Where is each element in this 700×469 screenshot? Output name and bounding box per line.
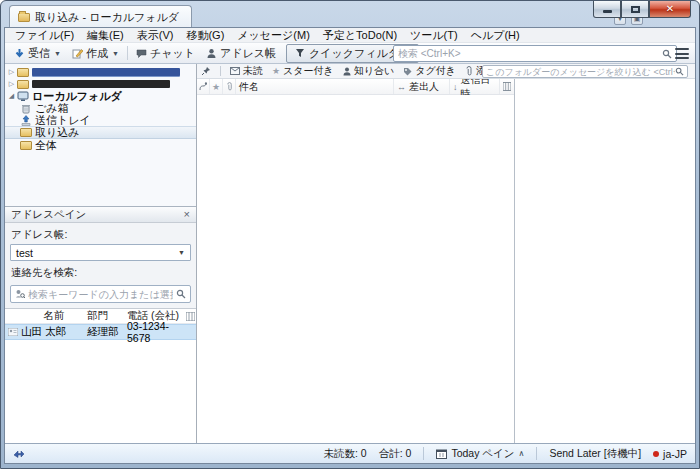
- filter-tagged[interactable]: タグ付き: [403, 64, 456, 78]
- folder-label: 全体: [35, 138, 57, 153]
- tab-title: 取り込み - ローカルフォルダ: [35, 10, 179, 25]
- separator: [220, 66, 221, 76]
- address-book-icon: [206, 48, 217, 59]
- address-book-value: test: [16, 247, 33, 259]
- menu-events-todo[interactable]: 予定とToDo(N): [317, 28, 403, 42]
- account-icon: [16, 68, 29, 77]
- contact-search-input[interactable]: [28, 289, 173, 300]
- account-icon: [16, 80, 29, 89]
- collapse-icon[interactable]: ◢: [7, 92, 16, 100]
- search-icon: [662, 49, 672, 59]
- tab-inbox[interactable]: 取り込み - ローカルフォルダ: [9, 5, 192, 28]
- menu-view[interactable]: 表示(V): [131, 28, 180, 42]
- thread-column-header: ★ 件名 ↔差出人 ↓送信日時: [197, 79, 514, 95]
- thread-pane: ★ 件名 ↔差出人 ↓送信日時: [197, 79, 515, 443]
- folder-icon: [19, 141, 32, 150]
- titlebar: 取り込み - ローカルフォルダ ▾ ▣ ✕: [1, 1, 699, 27]
- get-mail-button[interactable]: 受信▼: [9, 45, 66, 62]
- subject-column-header[interactable]: 件名: [236, 79, 394, 94]
- date-column-header[interactable]: ↓送信日時: [450, 79, 500, 94]
- account-row-1[interactable]: ▷: [5, 66, 196, 78]
- unread-icon: [230, 67, 240, 75]
- star-icon: ★: [272, 66, 280, 76]
- folder-row-local-folders[interactable]: ◢ ローカルフォルダ: [5, 90, 196, 102]
- window-controls: ✕: [593, 1, 691, 18]
- left-pane: ▷ ▷ ◢ ローカルフォルダ: [5, 64, 197, 443]
- redacted-account-name: [32, 80, 170, 88]
- folder-row-trash[interactable]: ごみ箱: [5, 102, 196, 114]
- name-column-header[interactable]: 名前: [21, 309, 87, 323]
- menu-file[interactable]: ファイル(F): [9, 28, 80, 42]
- locale-indicator[interactable]: ja-JP: [653, 448, 687, 460]
- trash-icon: [19, 103, 32, 114]
- folder-row-outbox[interactable]: 送信トレイ: [5, 114, 196, 126]
- menu-go[interactable]: 移動(G): [180, 28, 230, 42]
- contact-table: 名前 部門 電話 (会社) 山田 太郎 経理部: [5, 308, 196, 443]
- close-icon: ✕: [666, 4, 674, 14]
- quick-filter-bar: 未読 ★ スター付き 知り合い タグ付き: [197, 64, 695, 79]
- thread-column-icon[interactable]: [197, 79, 210, 94]
- address-pane-header: アドレスペイン ×: [5, 207, 196, 223]
- calendar-icon: [436, 449, 447, 459]
- get-mail-icon: [14, 48, 25, 59]
- column-picker-icon[interactable]: [500, 79, 514, 94]
- star-column-icon[interactable]: ★: [210, 79, 223, 94]
- folder-row-inbox[interactable]: 取り込み: [5, 126, 196, 139]
- close-icon[interactable]: ×: [184, 209, 190, 220]
- write-icon: [72, 48, 83, 59]
- close-button[interactable]: ✕: [649, 1, 691, 18]
- separator: [536, 447, 537, 460]
- paperclip-icon: [465, 66, 473, 76]
- addon-status-icon[interactable]: [13, 449, 25, 459]
- today-pane-button[interactable]: Today ペイン ∧: [436, 447, 524, 461]
- message-list-empty[interactable]: [197, 95, 514, 443]
- address-book-select[interactable]: test ▼: [10, 244, 191, 261]
- app-menu-icon[interactable]: [675, 48, 689, 59]
- app-window: 取り込み - ローカルフォルダ ▾ ▣ ✕ ファイル(F) 編集(E) 表示(V…: [0, 0, 700, 469]
- column-picker-icon[interactable]: [185, 312, 196, 321]
- expand-icon[interactable]: ▷: [7, 80, 16, 88]
- outbox-icon: [19, 115, 32, 126]
- expand-icon[interactable]: ▷: [7, 68, 16, 76]
- from-column-header[interactable]: ↔差出人: [394, 79, 450, 94]
- mail-toolbar: 受信▼ 作成▼ チャット アドレス帳 クイックフィルター: [5, 43, 695, 64]
- filter-unread[interactable]: 未読: [230, 64, 263, 78]
- quick-filter-search-input[interactable]: [486, 67, 675, 77]
- thread-region: 未読 ★ スター付き 知り合い タグ付き: [197, 64, 695, 443]
- filter-contacts[interactable]: 知り合い: [343, 64, 394, 78]
- funnel-icon: [295, 48, 305, 58]
- message-preview-pane[interactable]: [515, 79, 695, 443]
- contact-row[interactable]: 山田 太郎 経理部 03-1234-5678: [5, 324, 196, 340]
- maximize-icon: [631, 6, 640, 13]
- global-search-box: [393, 45, 677, 62]
- send-later-status: Send Later [待機中]: [549, 447, 641, 461]
- toolbar-separator: [127, 46, 128, 60]
- search-icon: [675, 67, 684, 76]
- global-search-input[interactable]: [398, 48, 662, 59]
- minimize-button[interactable]: [593, 1, 621, 18]
- pin-filter-button[interactable]: [201, 66, 211, 76]
- minimize-icon: [603, 10, 612, 13]
- collapse-icon: ∧: [519, 449, 525, 458]
- folder-pane: ▷ ▷ ◢ ローカルフォルダ: [5, 64, 196, 206]
- dropdown-caret: ▼: [112, 50, 119, 57]
- address-pane: アドレスペイン × アドレス帳: test ▼ 連絡先を検索:: [5, 206, 196, 443]
- chat-icon: [136, 48, 147, 59]
- address-pane-title: アドレスペイン: [11, 208, 86, 222]
- filter-starred[interactable]: ★ スター付き: [272, 64, 334, 78]
- write-button[interactable]: 作成▼: [67, 45, 124, 62]
- maximize-button[interactable]: [621, 1, 649, 18]
- contact-department: 経理部: [87, 325, 127, 339]
- folder-icon: [18, 13, 30, 22]
- menu-message[interactable]: メッセージ(M): [231, 28, 316, 42]
- address-book-button[interactable]: アドレス帳: [201, 45, 281, 62]
- status-bar: 未読数: 0 合計: 0 Today ペイン ∧ Send Later [待機中…: [5, 443, 695, 463]
- menu-help[interactable]: ヘルプ(H): [465, 28, 526, 42]
- chat-button[interactable]: チャット: [131, 45, 200, 62]
- chevron-down-icon: ▼: [178, 249, 185, 256]
- folder-row-all[interactable]: 全体: [5, 139, 196, 151]
- attachment-column-icon[interactable]: [223, 79, 236, 94]
- menu-tools[interactable]: ツール(T): [404, 28, 464, 42]
- menu-edit[interactable]: 編集(E): [81, 28, 130, 42]
- department-column-header[interactable]: 部門: [87, 309, 127, 323]
